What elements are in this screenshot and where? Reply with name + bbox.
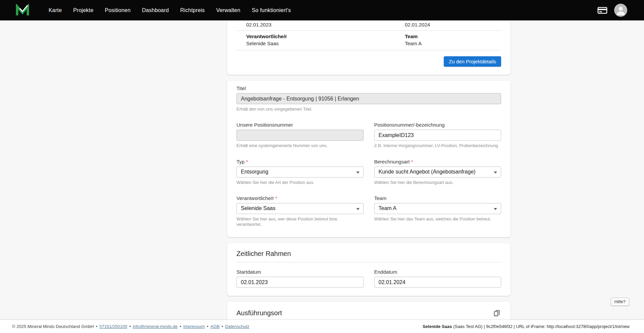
required-asterisk: * <box>246 159 248 164</box>
chevron-down-icon <box>494 208 497 210</box>
enddatum-label: Enddatum <box>374 269 501 275</box>
positionsnummer-helper: Z.B. Interne-Vorgangsnummer, LV-Position… <box>374 143 501 148</box>
separator: • <box>96 324 98 329</box>
top-navbar: Karte Projekte Positionen Dashboard Rich… <box>0 0 644 20</box>
separator: • <box>180 324 181 329</box>
titel-input <box>236 93 501 104</box>
separator: • <box>207 324 209 329</box>
card-reader-icon[interactable] <box>597 5 607 15</box>
verantwortlicher-helper: Wählen Sie hier aus, wer diese Position … <box>236 216 364 227</box>
berechnungsart-label: Berechnungsart* <box>374 159 501 164</box>
nav-item-projekte[interactable]: Projekte <box>67 4 99 16</box>
impressum-link[interactable]: Impressum <box>183 324 205 329</box>
verantwortlicher-select[interactable]: Selenide Saas <box>236 203 364 214</box>
chevron-down-icon <box>494 172 497 174</box>
typ-select[interactable]: Entsorgung <box>236 166 364 178</box>
typ-select-value: Entsorgung <box>241 169 268 175</box>
verantwortlicher-select-value: Selenide Saas <box>241 205 275 211</box>
responsible-label: Verantwortliche/r <box>246 34 395 39</box>
typ-label: Typ* <box>236 159 364 164</box>
berechnungsart-select-value: Kunde sucht Angebot (Angebotsanfrage) <box>379 169 476 175</box>
nav-item-positionen[interactable]: Positionen <box>99 4 137 16</box>
unsere-positionsnummer-helper: Erhält eine systemgenerierte Nummer von … <box>236 143 364 148</box>
separator: • <box>222 324 223 329</box>
nav-item-karte[interactable]: Karte <box>43 4 67 16</box>
session-details: (Saas Test AG) | 9c2f0e546f32 | URL of i… <box>453 324 630 329</box>
phone-link[interactable]: 07151/250100 <box>99 324 127 329</box>
required-asterisk: * <box>411 159 413 164</box>
titel-helper: Erhält den von uns vorgegebenen Titel. <box>236 107 501 112</box>
project-people-row: Verantwortliche/r Selenide Saas Team Tea… <box>236 31 501 50</box>
nav-item-richtpreis[interactable]: Richtpreis <box>174 4 210 16</box>
main-content: 02.01.2023 02.01.2024 Verantwortliche/r … <box>227 0 511 333</box>
enddatum-input[interactable] <box>374 277 501 288</box>
required-asterisk: * <box>275 195 277 201</box>
startdatum-input[interactable] <box>236 277 364 288</box>
zeitlicher-rahmen-card: Zeitlicher Rahmen Startdatum Enddatum <box>227 243 511 296</box>
copyright-text: © 2025 Mineral Minds Deutschland GmbH <box>12 324 94 329</box>
nav-item-so-funktionierts[interactable]: So funktioniert's <box>246 4 297 16</box>
unsere-positionsnummer-label: Unsere Positionsnummer <box>236 122 364 128</box>
chevron-down-icon <box>356 208 360 210</box>
team-helper: Wählen Sie hier das Team aus, welches di… <box>374 216 501 222</box>
user-avatar[interactable] <box>614 4 627 17</box>
hilfe-button[interactable]: Hilfe? <box>611 297 629 306</box>
berechnungsart-helper: Wählen Sie hier die Berechnungsart aus. <box>374 180 501 185</box>
startdatum-label: Startdatum <box>236 269 364 275</box>
team-select[interactable]: Team A <box>374 203 501 214</box>
session-info: Selenide Saas(Saas Test AG) | 9c2f0e546f… <box>423 324 630 329</box>
team-label: Team <box>405 34 501 39</box>
team-value: Team A <box>405 41 501 46</box>
berechnungsart-select[interactable]: Kunde sucht Angebot (Angebotsanfrage) <box>374 166 501 178</box>
responsible-value: Selenide Saas <box>246 41 395 46</box>
positionsnummer-input[interactable] <box>374 130 501 141</box>
unsere-positionsnummer-input <box>236 130 364 141</box>
ausfuehrungsort-title: Ausführungsort <box>236 309 282 317</box>
divider <box>236 262 501 262</box>
zeitlicher-rahmen-title: Zeitlicher Rahmen <box>236 250 291 258</box>
mineral-minds-logo-icon[interactable] <box>15 4 30 17</box>
datenschutz-link[interactable]: Datenschutz <box>225 324 249 329</box>
main-navigation: Karte Projekte Positionen Dashboard Rich… <box>43 4 297 16</box>
position-form-card: Titel Erhält den von uns vorgegebenen Ti… <box>227 81 511 237</box>
agb-link[interactable]: AGB <box>210 324 219 329</box>
separator: • <box>129 324 131 329</box>
titel-label: Titel <box>236 85 501 91</box>
project-start-date: 02.01.2023 <box>236 22 395 27</box>
navbar-actions <box>597 4 627 17</box>
footer: © 2025 Mineral Minds Deutschland GmbH • … <box>0 320 644 333</box>
project-details-button[interactable]: Zu den Projektdetails <box>444 56 501 67</box>
typ-helper: Wählen Sie hier die Art der Position aus… <box>236 180 364 185</box>
team-select-value: Team A <box>379 205 396 211</box>
chevron-down-icon <box>356 172 360 174</box>
copy-icon[interactable] <box>492 309 501 317</box>
positionsnummer-label: Positionsnummer/-bezeichnung <box>374 122 501 128</box>
session-user-name: Selenide Saas <box>423 324 452 329</box>
nav-item-verwalten[interactable]: Verwalten <box>210 4 246 16</box>
project-end-date: 02.01.2024 <box>395 22 501 27</box>
team-select-label: Team <box>374 195 501 201</box>
email-link[interactable]: info@mineral-minds.de <box>133 324 178 329</box>
nav-item-dashboard[interactable]: Dashboard <box>136 4 174 16</box>
verantwortlicher-label: Verantwortliche/r* <box>236 195 364 201</box>
